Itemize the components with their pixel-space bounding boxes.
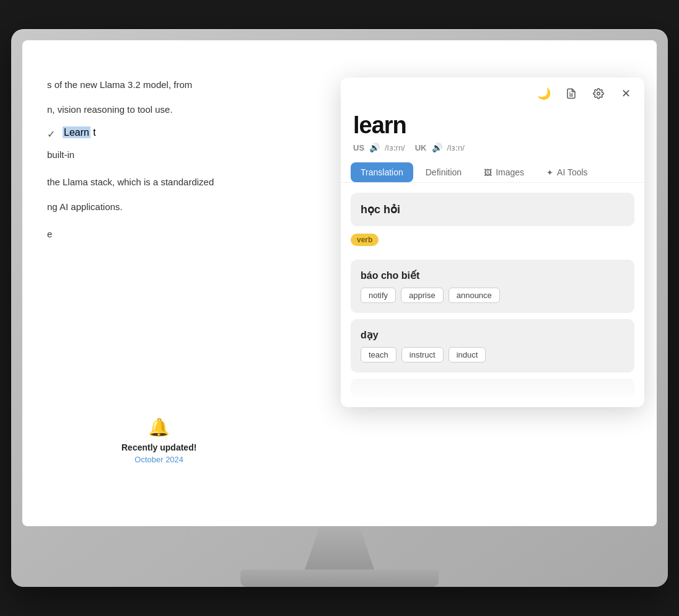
check-text: Learn t (63, 127, 96, 138)
synonym-induct[interactable]: induct (449, 347, 486, 363)
stand-base (240, 570, 439, 587)
update-date: October 2024 (121, 455, 196, 464)
settings-icon[interactable] (590, 85, 607, 102)
synonyms-1: teach instruct induct (361, 347, 624, 363)
uk-label: UK (415, 143, 427, 152)
synonym-notify[interactable]: notify (361, 288, 396, 303)
dict-tabs: Translation Definition 🖼 Images ✦ AI Too… (341, 162, 644, 183)
monitor: 🌙 s of the new Llama 3.2 model, from n, … (11, 29, 668, 587)
vietnamese-1: dạy (361, 329, 624, 341)
synonym-apprise[interactable]: apprise (401, 288, 444, 303)
svg-point-2 (597, 92, 600, 95)
synonyms-0: notify apprise announce (361, 288, 624, 303)
dict-body[interactable]: học hỏi verb báo cho biết notify apprise… (341, 183, 644, 407)
synonym-teach[interactable]: teach (361, 347, 396, 363)
dictionary-popup: 🌙 (341, 77, 644, 407)
recently-updated-label: Recently updated! (121, 442, 196, 452)
bottom-fade (351, 379, 634, 397)
notification-area: 🔔 Recently updated! October 2024 (121, 417, 196, 464)
close-icon[interactable]: ✕ (617, 85, 634, 102)
monitor-stand (22, 526, 657, 587)
document-icon[interactable] (563, 85, 580, 102)
dark-mode-icon[interactable]: 🌙 (535, 85, 553, 102)
us-label: US (353, 143, 364, 152)
uk-pronunciation: /lɜːn/ (447, 143, 465, 152)
tab-images[interactable]: 🖼 Images (474, 162, 534, 182)
images-icon: 🖼 (484, 168, 492, 177)
stand-neck (290, 526, 389, 570)
dict-header: 🌙 (341, 77, 644, 107)
tab-translation[interactable]: Translation (351, 162, 413, 182)
us-pronunciation: /lɜːrn/ (385, 143, 405, 152)
highlighted-learn: Learn (63, 126, 90, 138)
pronunciation-row: US 🔊 /lɜːrn/ UK 🔊 /lɜːn/ (353, 143, 632, 152)
word-title: learn (353, 112, 632, 139)
vietnamese-0: báo cho biết (361, 270, 624, 281)
uk-speaker-icon[interactable]: 🔊 (432, 143, 442, 152)
tab-aitools[interactable]: ✦ AI Tools (537, 162, 598, 182)
checkmark-icon: ✓ (47, 128, 55, 140)
us-speaker-icon[interactable]: 🔊 (369, 143, 380, 152)
translation-entry-0: báo cho biết notify apprise announce (351, 260, 634, 313)
verb-badge: verb (351, 234, 379, 246)
screen: 🌙 s of the new Llama 3.2 model, from n, … (22, 40, 657, 526)
screen-bezel: 🌙 s of the new Llama 3.2 model, from n, … (22, 40, 657, 526)
main-translation-card: học hỏi (351, 193, 634, 226)
bell-icon: 🔔 (121, 417, 196, 438)
synonym-announce[interactable]: announce (449, 288, 500, 303)
tab-definition[interactable]: Definition (416, 162, 471, 182)
synonym-instruct[interactable]: instruct (401, 347, 444, 363)
aitools-icon: ✦ (546, 168, 553, 177)
word-section: learn US 🔊 /lɜːrn/ UK 🔊 /lɜːn/ (341, 107, 644, 162)
main-translation-text: học hỏi (361, 203, 624, 216)
translation-entry-1: dạy teach instruct induct (351, 319, 634, 372)
